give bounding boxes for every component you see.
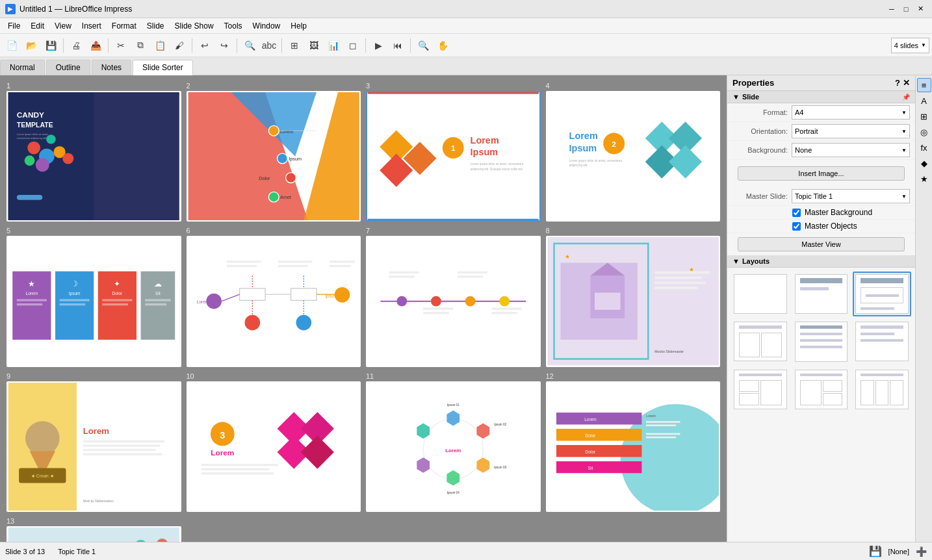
svg-point-90 bbox=[296, 315, 311, 331]
insert-image-button[interactable]: Insert Image... bbox=[738, 166, 905, 181]
zoom-plus-icon[interactable]: ➕ bbox=[916, 546, 927, 557]
properties-icon-btn[interactable]: ≡ bbox=[917, 78, 931, 92]
spellcheck-button[interactable]: abc bbox=[260, 36, 278, 55]
print-button[interactable]: 🖨 bbox=[67, 36, 85, 55]
find-button[interactable]: 🔍 bbox=[240, 36, 259, 55]
layout-8[interactable] bbox=[792, 367, 851, 412]
cut-button[interactable]: ✂ bbox=[112, 36, 130, 55]
styles-icon-btn[interactable]: A bbox=[917, 94, 931, 108]
layout-6[interactable] bbox=[853, 319, 911, 364]
pan-button[interactable]: ✋ bbox=[434, 36, 452, 55]
shapes-button[interactable]: ◻ bbox=[344, 36, 362, 55]
slide-thumb-7[interactable] bbox=[366, 236, 541, 366]
table-button[interactable]: ⊞ bbox=[285, 36, 304, 55]
slide-thumb-12[interactable]: Lorem Dolor Dolor Sit Lorem bbox=[546, 381, 721, 512]
slide-thumb-6[interactable]: Lorem Ipsum bbox=[187, 236, 361, 366]
slide-area[interactable]: 1 CANDY TEMPLATE Lorem ipsu bbox=[0, 75, 727, 542]
slide-thumb-1[interactable]: CANDY TEMPLATE Lorem ipsum dolor sit ame… bbox=[6, 91, 181, 222]
slide-thumb-5[interactable]: ★ ☽ ✦ ☁ Lorem Ipsum Dolor Sit bbox=[6, 236, 181, 366]
svg-text:Ipsum 01: Ipsum 01 bbox=[447, 403, 460, 407]
close-button[interactable]: ✕ bbox=[914, 3, 927, 16]
layout-7[interactable] bbox=[731, 367, 790, 412]
svg-text:Ipsum: Ipsum bbox=[471, 147, 498, 157]
slide-thumb-13[interactable]: THANK YOU bbox=[6, 526, 181, 542]
gallery-icon-btn[interactable]: ⊞ bbox=[917, 109, 931, 123]
layout-9[interactable] bbox=[853, 367, 911, 412]
design-icon-btn[interactable]: ◆ bbox=[917, 156, 931, 170]
slide-thumb-10[interactable]: 3 Lorem bbox=[187, 381, 361, 512]
menu-slide[interactable]: Slide bbox=[142, 20, 170, 32]
open-button[interactable]: 📂 bbox=[22, 36, 40, 55]
svg-rect-106 bbox=[491, 312, 517, 314]
master-background-checkbox[interactable] bbox=[792, 209, 801, 217]
master-objects-checkbox[interactable] bbox=[792, 222, 801, 231]
slide-section-header[interactable]: ▼ Slide 📌 bbox=[727, 91, 915, 103]
svg-text:Ipsum 03: Ipsum 03 bbox=[494, 465, 506, 468]
layout-5[interactable] bbox=[792, 319, 851, 364]
save-button[interactable]: 💾 bbox=[42, 36, 60, 55]
slide-count-combo[interactable]: 4 slides ▼ bbox=[891, 38, 929, 53]
slide-thumb-11[interactable]: Lorem Ipsum 01 Ipsum 02 Ipsum 03 Ipsum 0… bbox=[366, 381, 541, 512]
menu-insert[interactable]: Insert bbox=[77, 20, 107, 32]
layout-blank[interactable] bbox=[731, 272, 790, 316]
menu-format[interactable]: Format bbox=[107, 20, 142, 32]
master-view-button[interactable]: Master View bbox=[738, 237, 905, 251]
menu-edit[interactable]: Edit bbox=[25, 20, 49, 32]
menubar: File Edit View Insert Format Slide Slide… bbox=[0, 18, 932, 34]
format-row: Format: A4 ▼ bbox=[727, 103, 915, 122]
titlebar-controls[interactable]: ─ □ ✕ bbox=[885, 3, 927, 16]
orientation-select[interactable]: Portrait ▼ bbox=[792, 124, 910, 138]
slide-number-13: 13 bbox=[6, 517, 14, 525]
svg-point-18 bbox=[268, 125, 279, 136]
menu-file[interactable]: File bbox=[3, 20, 25, 32]
menu-view[interactable]: View bbox=[49, 20, 77, 32]
slide-container-3: 3 1 Lorem Ipsu bbox=[366, 82, 541, 222]
copy-button[interactable]: ⧉ bbox=[131, 36, 149, 55]
menu-window[interactable]: Window bbox=[248, 20, 286, 32]
slide-thumb-9[interactable]: ★ Crown ★ Lorem Work by Slidesmasters bbox=[6, 381, 181, 512]
slide-thumb-2[interactable]: Lorem Ipsum Dolor Amet bbox=[187, 91, 361, 222]
layouts-section-header[interactable]: ▼ Layouts bbox=[727, 255, 915, 268]
panel-header-icons[interactable]: ? ✕ bbox=[895, 78, 910, 88]
functions-icon-btn[interactable]: fx bbox=[917, 140, 931, 155]
tab-outline[interactable]: Outline bbox=[46, 60, 90, 75]
panel-help-button[interactable]: ? bbox=[895, 78, 900, 88]
slide-thumb-8[interactable]: ★ ★ Moolto Slidemaster bbox=[546, 236, 721, 366]
svg-rect-130 bbox=[83, 453, 162, 455]
slide-thumb-4[interactable]: 2 Lorem Ipsum Lorem ipsum dolor sit amet… bbox=[546, 91, 721, 222]
navigator-icon-btn[interactable]: ◎ bbox=[917, 125, 931, 139]
layout-title-content[interactable] bbox=[853, 272, 911, 316]
svg-text:Lorem: Lorem bbox=[280, 129, 293, 134]
redo-button[interactable]: ↪ bbox=[215, 36, 233, 55]
presentation-button[interactable]: ▶ bbox=[369, 36, 387, 55]
export-button[interactable]: 📤 bbox=[86, 36, 105, 55]
menu-help[interactable]: Help bbox=[285, 20, 312, 32]
animation-icon-btn[interactable]: ★ bbox=[917, 172, 931, 186]
format-select[interactable]: A4 ▼ bbox=[792, 105, 910, 120]
format-paint[interactable]: 🖌 bbox=[170, 36, 188, 55]
tab-notes[interactable]: Notes bbox=[92, 60, 131, 75]
new-button[interactable]: 📄 bbox=[3, 36, 21, 55]
slide-start-button[interactable]: ⏮ bbox=[389, 36, 407, 55]
minimize-button[interactable]: ─ bbox=[885, 3, 898, 16]
save-icon[interactable]: 💾 bbox=[869, 545, 882, 557]
image-button[interactable]: 🖼 bbox=[305, 36, 323, 55]
slide-thumb-3[interactable]: 1 Lorem Ipsum Lorem ipsum dolor sit amet… bbox=[366, 91, 541, 222]
tab-slide-sorter[interactable]: Slide Sorter bbox=[133, 60, 193, 75]
paste-button[interactable]: 📋 bbox=[151, 36, 169, 55]
undo-button[interactable]: ↩ bbox=[196, 36, 214, 55]
background-select[interactable]: None ▼ bbox=[792, 143, 910, 157]
slide-number-1: 1 bbox=[6, 82, 10, 90]
master-objects-row: Master Objects bbox=[727, 220, 915, 233]
main-layout: 1 CANDY TEMPLATE Lorem ipsu bbox=[0, 75, 932, 542]
master-slide-select[interactable]: Topic Title 1 ▼ bbox=[792, 189, 910, 203]
layout-title[interactable] bbox=[792, 272, 851, 316]
maximize-button[interactable]: □ bbox=[900, 3, 913, 16]
panel-close-button[interactable]: ✕ bbox=[903, 78, 910, 88]
chart-button[interactable]: 📊 bbox=[324, 36, 343, 55]
zoom-button[interactable]: 🔍 bbox=[414, 36, 432, 55]
tab-normal[interactable]: Normal bbox=[0, 60, 45, 75]
layout-4[interactable] bbox=[731, 319, 790, 364]
menu-tools[interactable]: Tools bbox=[219, 20, 248, 32]
menu-slideshow[interactable]: Slide Show bbox=[170, 20, 219, 32]
